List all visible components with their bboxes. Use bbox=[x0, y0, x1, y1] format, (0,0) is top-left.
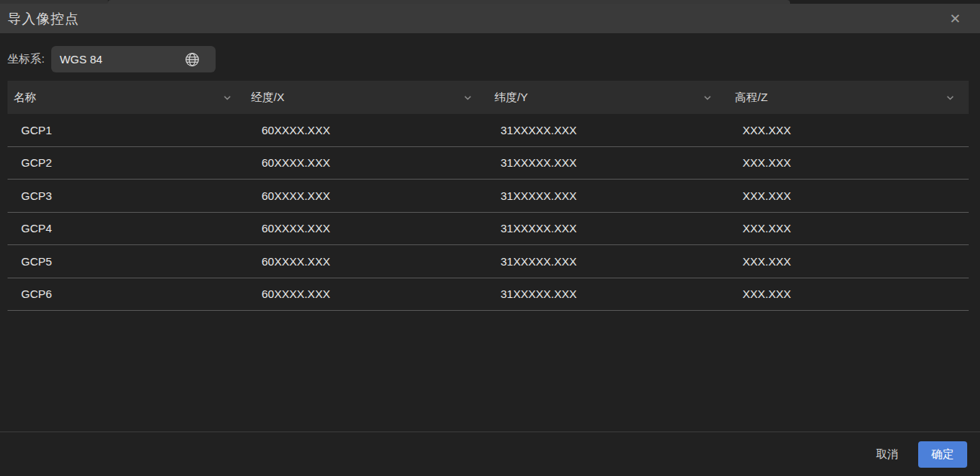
cancel-button[interactable]: 取消 bbox=[868, 441, 906, 468]
column-header-x[interactable]: 经度/X bbox=[240, 81, 480, 114]
cell-y: 31XXXXX.XXX bbox=[480, 180, 720, 212]
cell-z: XXX.XXX bbox=[720, 245, 969, 278]
dialog-title: 导入像控点 bbox=[8, 10, 79, 28]
cell-x: 60XXXX.XXX bbox=[240, 147, 480, 180]
cell-y: 31XXXXX.XXX bbox=[480, 278, 720, 311]
cell-z: XXX.XXX bbox=[720, 147, 969, 180]
column-header-label: 名称 bbox=[14, 91, 36, 105]
column-header-label: 高程/Z bbox=[735, 91, 767, 105]
close-icon[interactable]: ✕ bbox=[947, 11, 963, 27]
table-body: GCP160XXXX.XXX31XXXXX.XXXXXX.XXXGCP260XX… bbox=[8, 114, 969, 311]
table-row: GCP560XXXX.XXX31XXXXX.XXXXXX.XXX bbox=[8, 245, 969, 278]
cell-x: 60XXXX.XXX bbox=[240, 213, 480, 245]
chevron-down-icon bbox=[222, 93, 232, 103]
background-strip-segment bbox=[790, 0, 980, 4]
background-window-strip bbox=[0, 0, 980, 4]
cell-name: GCP2 bbox=[8, 147, 240, 180]
globe-icon[interactable] bbox=[184, 51, 201, 68]
column-header-y[interactable]: 纬度/Y bbox=[480, 81, 720, 114]
background-strip-segment bbox=[108, 0, 790, 4]
table-header: 名称经度/X纬度/Y高程/Z bbox=[8, 81, 969, 114]
cell-name: GCP4 bbox=[8, 213, 240, 245]
table-row: GCP660XXXX.XXX31XXXXX.XXXXXX.XXX bbox=[8, 278, 969, 312]
coordinate-system-select[interactable]: WGS 84 bbox=[51, 46, 216, 72]
cell-y: 31XXXXX.XXX bbox=[480, 245, 720, 278]
cell-name: GCP6 bbox=[8, 278, 240, 311]
cell-y: 31XXXXX.XXX bbox=[480, 114, 720, 146]
cell-z: XXX.XXX bbox=[720, 180, 969, 212]
dialog-titlebar: 导入像控点 ✕ bbox=[0, 4, 980, 33]
gcp-table: 名称经度/X纬度/Y高程/Z GCP160XXXX.XXX31XXXXX.XXX… bbox=[8, 81, 969, 311]
cell-z: XXX.XXX bbox=[720, 114, 969, 146]
import-gcp-dialog: 导入像控点 ✕ 坐标系: WGS 84 名称经度/X纬度/Y高程/Z GCP16… bbox=[0, 0, 980, 311]
cell-x: 60XXXX.XXX bbox=[240, 278, 480, 311]
coordinate-system-row: 坐标系: WGS 84 bbox=[8, 46, 980, 72]
column-header-z[interactable]: 高程/Z bbox=[720, 81, 969, 114]
cell-z: XXX.XXX bbox=[720, 278, 969, 311]
table-row: GCP460XXXX.XXX31XXXXX.XXXXXX.XXX bbox=[8, 213, 969, 246]
cell-name: GCP3 bbox=[8, 180, 240, 212]
dialog-footer: 取消 确定 bbox=[0, 431, 980, 476]
chevron-down-icon bbox=[945, 93, 955, 103]
cell-y: 31XXXXX.XXX bbox=[480, 213, 720, 245]
cell-name: GCP1 bbox=[8, 114, 240, 146]
ok-button[interactable]: 确定 bbox=[918, 441, 967, 468]
chevron-down-icon bbox=[463, 93, 473, 103]
column-header-label: 纬度/Y bbox=[495, 91, 528, 105]
cell-name: GCP5 bbox=[8, 245, 240, 278]
cell-x: 60XXXX.XXX bbox=[240, 245, 480, 278]
coordinate-system-label: 坐标系: bbox=[8, 52, 44, 66]
table-row: GCP260XXXX.XXX31XXXXX.XXXXXX.XXX bbox=[8, 147, 969, 180]
cell-x: 60XXXX.XXX bbox=[240, 114, 480, 146]
coordinate-system-value: WGS 84 bbox=[60, 53, 103, 66]
cell-z: XXX.XXX bbox=[720, 213, 969, 245]
chevron-down-icon bbox=[703, 93, 712, 103]
column-header-label: 经度/X bbox=[251, 91, 284, 105]
cell-y: 31XXXXX.XXX bbox=[480, 147, 720, 180]
table-row: GCP360XXXX.XXX31XXXXX.XXXXXX.XXX bbox=[8, 180, 969, 213]
background-strip-segment bbox=[0, 0, 108, 4]
cell-x: 60XXXX.XXX bbox=[240, 180, 480, 212]
column-header-name[interactable]: 名称 bbox=[8, 81, 240, 114]
table-row: GCP160XXXX.XXX31XXXXX.XXXXXX.XXX bbox=[8, 114, 969, 147]
